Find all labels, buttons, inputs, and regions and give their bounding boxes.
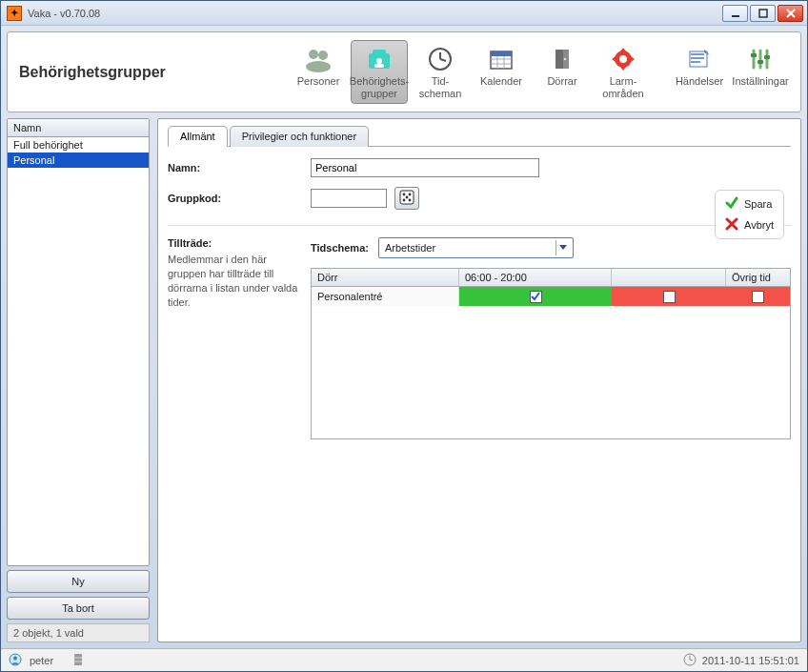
toolbar-item-dorrar[interactable]: Dörrar — [534, 40, 591, 92]
svg-point-35 — [406, 196, 409, 199]
svg-rect-1 — [759, 10, 767, 17]
people-icon — [302, 45, 334, 73]
action-box: Spara Avbryt — [715, 190, 784, 239]
toolbar-item-label: Händelser — [676, 75, 723, 88]
cancel-button[interactable]: Avbryt — [725, 217, 774, 233]
toolbar-item-label: Kalender — [480, 75, 522, 88]
clock-small-icon — [683, 653, 697, 668]
main-panel: Allmänt Privilegier och funktioner Namn:… — [157, 118, 801, 642]
toolbar-item-label: Personer — [297, 75, 340, 88]
svg-point-4 — [309, 50, 318, 59]
maximize-button[interactable] — [750, 5, 776, 22]
svg-point-36 — [403, 199, 406, 202]
svg-rect-15 — [491, 51, 512, 56]
save-button[interactable]: Spara — [725, 196, 774, 212]
toolbar-item-larm[interactable]: Larm- områden — [595, 40, 652, 104]
toolbar-item-personer[interactable]: Personer — [290, 40, 347, 92]
checkbox-icon — [663, 291, 676, 303]
chevron-down-icon — [556, 240, 571, 255]
door-icon — [546, 45, 578, 73]
status-user: peter — [30, 655, 53, 666]
calendar-icon — [485, 45, 517, 73]
events-icon — [683, 45, 716, 73]
status-datetime: 2011-10-11 15:51:01 — [702, 655, 799, 666]
groupcode-input[interactable] — [311, 189, 387, 208]
toolbar-item-label: Tid- scheman — [419, 75, 462, 99]
dice-icon — [399, 190, 414, 207]
user-icon — [9, 653, 22, 668]
toolbar-item-label: Larm- områden — [602, 75, 643, 99]
toolbar-item-label: Inställningar — [732, 75, 788, 88]
svg-point-34 — [409, 193, 412, 196]
toolbar-item-label: Dörrar — [547, 75, 576, 88]
minimize-button[interactable] — [722, 5, 748, 22]
svg-point-9 — [376, 58, 382, 64]
alarm-icon — [607, 45, 639, 73]
table-row: Personalentré — [312, 287, 790, 306]
row-rest-cell[interactable] — [726, 287, 790, 306]
schedule-select[interactable]: Arbetstider — [378, 237, 574, 258]
sidebar: Namn Full behörighet Personal Ny Ta bort… — [7, 118, 150, 642]
schedule-value: Arbetstider — [385, 242, 435, 254]
group-icon — [363, 45, 395, 73]
svg-point-22 — [564, 58, 567, 61]
page-title: Behörighetsgrupper — [19, 64, 166, 81]
svg-point-39 — [13, 656, 17, 660]
schedule-label: Tidschema: — [311, 242, 369, 254]
toolbar-item-kalender[interactable]: Kalender — [473, 40, 530, 92]
svg-rect-40 — [74, 654, 82, 665]
group-list[interactable]: Namn Full behörighet Personal — [7, 118, 150, 566]
toolbar-item-label: Behörighets- grupper — [350, 75, 409, 99]
col-resttime: Övrig tid — [726, 269, 790, 286]
toolbar-item-installningar[interactable]: Inställningar — [732, 40, 789, 92]
close-button[interactable] — [778, 5, 803, 22]
svg-point-24 — [619, 55, 627, 63]
svg-rect-29 — [751, 53, 757, 57]
save-label: Spara — [744, 198, 772, 210]
svg-line-13 — [440, 59, 446, 61]
toolbar-item-behorighetsgrupper[interactable]: Behörighets- grupper — [351, 40, 408, 104]
toolbar-item-handelser[interactable]: Händelser — [671, 40, 728, 92]
name-label: Namn: — [168, 162, 311, 173]
svg-rect-30 — [758, 60, 763, 64]
col-time2 — [612, 269, 726, 286]
list-item[interactable]: Personal — [8, 153, 149, 168]
svg-rect-10 — [374, 64, 384, 68]
selection-status: 2 objekt, 1 vald — [7, 623, 150, 642]
col-time1: 06:00 - 20:00 — [459, 269, 612, 286]
list-item[interactable]: Full behörighet — [8, 137, 149, 153]
svg-point-5 — [318, 51, 328, 60]
svg-point-33 — [403, 193, 406, 196]
svg-point-37 — [409, 199, 412, 202]
name-input[interactable] — [311, 158, 539, 177]
tab-privilegier[interactable]: Privilegier och funktioner — [230, 126, 369, 147]
statusbar: peter 2011-10-11 15:51:01 — [1, 648, 807, 671]
svg-rect-31 — [764, 55, 770, 59]
server-icon — [72, 653, 84, 668]
svg-rect-8 — [373, 50, 386, 55]
access-label: Tillträde: — [168, 237, 311, 249]
clock-icon — [424, 45, 456, 73]
svg-line-45 — [690, 660, 693, 661]
new-button[interactable]: Ny — [7, 570, 150, 593]
access-table: Dörr 06:00 - 20:00 Övrig tid Personalent… — [311, 268, 791, 439]
groupcode-label: Gruppkod: — [168, 193, 311, 204]
access-help: Medlemmar i den här gruppen har tillträd… — [168, 253, 301, 309]
settings-icon — [744, 45, 777, 73]
toolbar-item-tidscheman[interactable]: Tid- scheman — [412, 40, 469, 104]
checkbox-icon — [752, 291, 764, 303]
cancel-label: Avbryt — [744, 219, 774, 231]
cross-icon — [725, 217, 738, 233]
dice-button[interactable] — [394, 187, 419, 210]
window-title: Vaka - v0.70.08 — [28, 8, 100, 19]
check-icon — [725, 196, 738, 212]
tab-allmant[interactable]: Allmänt — [168, 126, 228, 147]
row-door: Personalentré — [312, 287, 459, 306]
row-time1-cell[interactable] — [459, 287, 612, 306]
svg-rect-21 — [556, 50, 563, 69]
checkbox-icon — [530, 291, 542, 303]
titlebar: ✦ Vaka - v0.70.08 — [1, 1, 807, 26]
col-door: Dörr — [312, 269, 459, 286]
delete-button[interactable]: Ta bort — [7, 597, 150, 620]
row-time2-cell[interactable] — [612, 287, 726, 306]
